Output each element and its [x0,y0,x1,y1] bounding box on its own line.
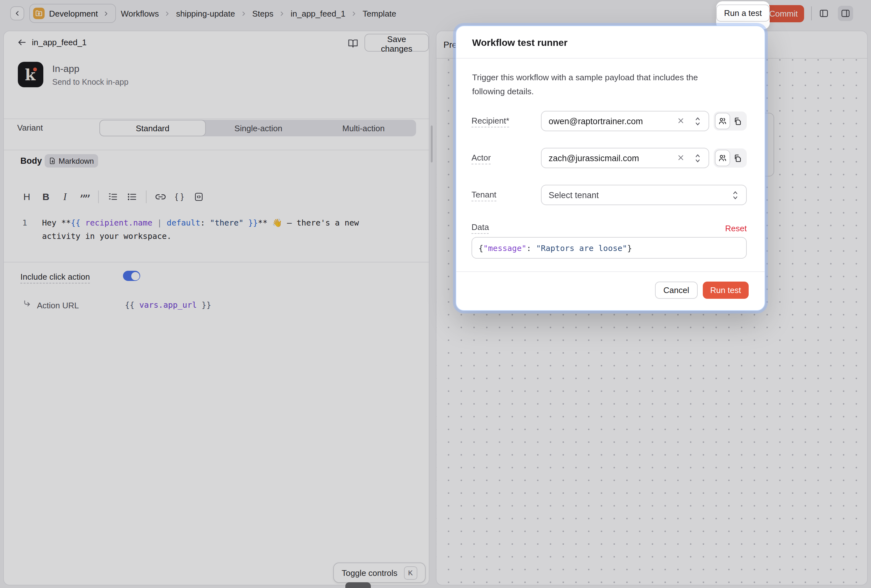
modal-title: Workflow test runner [472,37,568,48]
copy-icon [733,154,742,162]
recipient-input[interactable]: owen@raptortrainer.com [541,111,709,131]
run-a-test-button[interactable]: Run a test [717,4,770,22]
recipient-row: Recipient* owen@raptortrainer.com [471,111,747,131]
data-label-row: Data Reset [471,220,747,234]
recipient-value: owen@raptortrainer.com [549,117,643,126]
data-label: Data [471,222,489,234]
actor-row: Actor zach@jurassicmail.com [471,148,747,168]
run-a-test-highlight: Run a test [716,1,770,29]
users-icon [718,154,727,162]
recipient-mode-group [714,111,747,130]
tenant-label: Tenant [471,190,496,201]
modal-footer: Cancel Run test [655,281,749,299]
modal-footer-divider [456,271,765,272]
tenant-row: Tenant Select tenant [471,185,747,205]
run-test-button[interactable]: Run test [702,281,749,299]
user-picker-button[interactable] [715,113,730,129]
copy-json-button[interactable] [730,113,745,129]
app-window: Development Workflows shipping-update St… [0,0,871,588]
users-icon [718,117,727,126]
clear-icon[interactable] [677,154,684,161]
data-input-row: {"message": "Raptors are loose"} [471,237,747,259]
tenant-placeholder: Select tenant [549,190,599,200]
workflow-test-runner-modal: Workflow test runner Trigger this workfl… [456,26,765,310]
modal-description: Trigger this workflow with a sample payl… [472,71,732,99]
cancel-button[interactable]: Cancel [655,281,697,299]
copy-json-button[interactable] [730,150,745,166]
run-a-test-label: Run a test [724,8,762,18]
recipient-label: Recipient* [471,116,509,127]
run-test-label: Run test [710,286,741,295]
actor-label: Actor [471,153,491,165]
actor-value: zach@jurassicmail.com [549,154,639,163]
modal-header-divider [456,58,765,58]
data-json-input[interactable]: {"message": "Raptors are loose"} [471,237,747,259]
actor-input[interactable]: zach@jurassicmail.com [541,148,709,168]
clear-icon[interactable] [677,117,684,124]
user-picker-button[interactable] [715,150,730,166]
chevrons-up-down-icon [732,190,739,200]
cancel-label: Cancel [663,286,689,295]
tenant-select[interactable]: Select tenant [541,185,747,205]
copy-icon [733,117,742,126]
actor-mode-group [714,148,747,168]
chevrons-up-down-icon[interactable] [694,154,702,163]
chevrons-up-down-icon[interactable] [694,117,702,126]
reset-link[interactable]: Reset [725,224,747,233]
